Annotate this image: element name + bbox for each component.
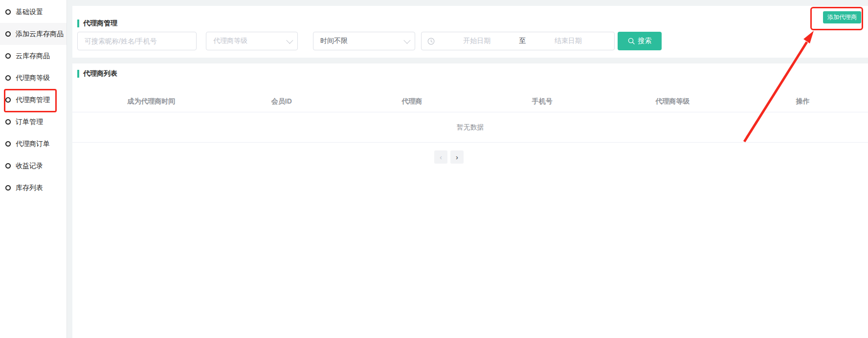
- start-date-input[interactable]: 开始日期: [437, 37, 517, 45]
- sidebar-item-label: 库存列表: [16, 184, 43, 192]
- list-panel-title: 代理商列表: [77, 69, 117, 78]
- agent-management-filter-panel: 代理商管理 添加代理商 代理商等级 时间不限 开始日期 至 结束日期: [72, 6, 868, 58]
- date-range-picker[interactable]: 开始日期 至 结束日期: [421, 32, 615, 50]
- chevron-down-icon: [286, 37, 293, 44]
- sidebar-item-agent-level[interactable]: 代理商等级: [0, 67, 67, 89]
- column-header-actions: 操作: [738, 97, 868, 106]
- circle-icon: [5, 75, 11, 81]
- column-header-member-id: 会员ID: [217, 97, 347, 106]
- agent-management-page: 基础设置 添加云库存商品 云库存商品 代理商等级 代理商管理 订单管理 代理商订…: [0, 0, 868, 338]
- pagination-prev-button[interactable]: ‹: [434, 150, 447, 164]
- sidebar-item-stock-list[interactable]: 库存列表: [0, 177, 67, 199]
- search-button-label: 搜索: [638, 37, 652, 45]
- sidebar-item-order-management[interactable]: 订单管理: [0, 111, 67, 133]
- end-date-input[interactable]: 结束日期: [528, 37, 609, 45]
- time-range-select[interactable]: 时间不限: [313, 32, 415, 50]
- sidebar-item-agent-management[interactable]: 代理商管理: [0, 89, 67, 111]
- list-panel-title-text: 代理商列表: [83, 69, 117, 78]
- agent-level-select-placeholder: 代理商等级: [213, 37, 247, 45]
- time-range-select-value: 时间不限: [320, 37, 348, 45]
- sidebar-item-agent-orders[interactable]: 代理商订单: [0, 133, 67, 155]
- circle-icon: [5, 141, 11, 147]
- circle-icon: [5, 9, 11, 15]
- sidebar-item-label: 代理商订单: [16, 140, 50, 148]
- title-accent-bar: [77, 70, 79, 78]
- circle-icon: [5, 31, 11, 37]
- agent-level-select[interactable]: 代理商等级: [206, 32, 298, 50]
- sidebar-item-label: 订单管理: [16, 118, 43, 127]
- sidebar-item-label: 代理商管理: [16, 96, 50, 105]
- sidebar-item-add-cloud-stock-product[interactable]: 添加云库存商品: [0, 23, 67, 45]
- clock-icon: [427, 38, 435, 45]
- pagination: ‹ ›: [434, 150, 464, 164]
- circle-icon: [5, 97, 11, 103]
- search-icon: [628, 38, 635, 44]
- column-header-become-agent-time: 成为代理商时间: [86, 97, 217, 106]
- title-accent-bar: [77, 20, 79, 27]
- sidebar: 基础设置 添加云库存商品 云库存商品 代理商等级 代理商管理 订单管理 代理商订…: [0, 0, 67, 338]
- sidebar-item-label: 添加云库存商品: [16, 30, 64, 39]
- sidebar-item-label: 云库存商品: [16, 52, 50, 61]
- agent-list-panel: 代理商列表 成为代理商时间 会员ID 代理商 手机号 代理商等级 操作 暂无数据…: [72, 63, 868, 338]
- panel-title-text: 代理商管理: [83, 19, 117, 28]
- search-button[interactable]: 搜索: [618, 32, 662, 50]
- table-header-row: 成为代理商时间 会员ID 代理商 手机号 代理商等级 操作: [72, 91, 868, 112]
- table-empty-state: 暂无数据: [72, 112, 868, 143]
- circle-icon: [5, 53, 11, 59]
- date-range-separator: 至: [519, 37, 526, 45]
- circle-icon: [5, 185, 11, 190]
- circle-icon: [5, 119, 11, 125]
- sidebar-item-basic-settings[interactable]: 基础设置: [0, 1, 67, 23]
- sidebar-item-cloud-stock-product[interactable]: 云库存商品: [0, 45, 67, 67]
- column-header-agent-level: 代理商等级: [607, 97, 738, 106]
- column-header-phone: 手机号: [477, 97, 608, 106]
- sidebar-item-income-records[interactable]: 收益记录: [0, 155, 67, 177]
- pagination-next-button[interactable]: ›: [450, 150, 464, 164]
- panel-title: 代理商管理: [77, 19, 117, 28]
- sidebar-item-label: 代理商等级: [16, 74, 50, 83]
- empty-state-text: 暂无数据: [457, 123, 484, 132]
- keyword-search-input[interactable]: [78, 32, 196, 50]
- chevron-down-icon: [403, 37, 410, 44]
- add-agent-button[interactable]: 添加代理商: [823, 11, 861, 23]
- sidebar-item-label: 基础设置: [16, 8, 43, 17]
- keyword-search-field[interactable]: [77, 32, 197, 50]
- circle-icon: [5, 163, 11, 169]
- column-header-agent: 代理商: [347, 97, 477, 106]
- sidebar-item-label: 收益记录: [16, 162, 43, 170]
